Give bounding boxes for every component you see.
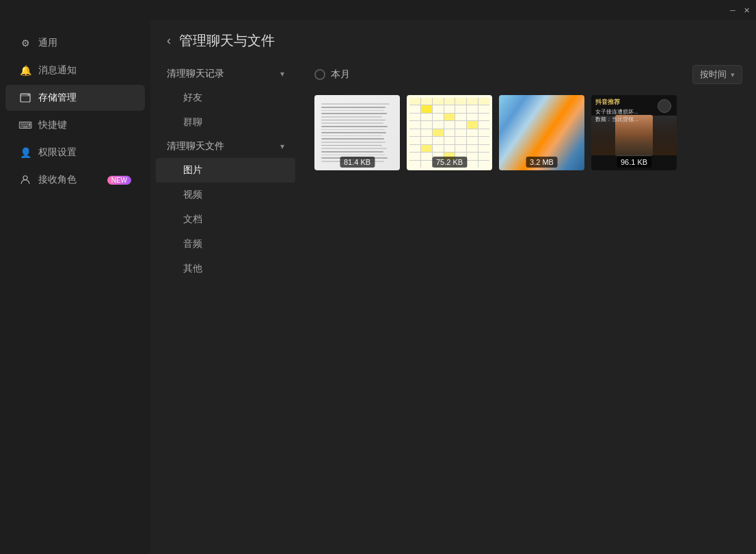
image-size-2: 75.2 KB (432, 157, 467, 168)
svg-point-3 (23, 176, 27, 180)
sidebar-item-notifications[interactable]: 🔔 消息通知 (5, 57, 145, 83)
app-container: ⚙ 通用 🔔 消息通知 存储管理 ⌨ 快捷键 👤 权限设置 (0, 21, 756, 554)
sidebar-label-role: 接收角色 (38, 174, 77, 186)
sub-section-chat-files[interactable]: 清理聊天文件 ▾ (150, 135, 301, 158)
sidebar-label-privacy: 权限设置 (38, 146, 77, 159)
content-area: 清理聊天记录 ▾ 好友 群聊 清理聊天文件 ▾ 图片 视频 文档 音频 其他 (150, 57, 756, 554)
sub-sidebar: 清理聊天记录 ▾ 好友 群聊 清理聊天文件 ▾ 图片 视频 文档 音频 其他 (150, 57, 301, 554)
gear-icon: ⚙ (19, 37, 31, 49)
bell-icon: 🔔 (19, 64, 31, 77)
sub-item-friends[interactable]: 好友 (156, 85, 295, 110)
keyboard-icon: ⌨ (19, 119, 31, 131)
right-content: 本月 按时间 ▾ (301, 57, 756, 554)
sub-section-chat-records[interactable]: 清理聊天记录 ▾ (150, 62, 301, 85)
chevron-down-icon-2: ▾ (280, 142, 284, 151)
sort-chevron-icon: ▾ (731, 70, 735, 79)
sidebar-label-storage: 存储管理 (38, 92, 77, 104)
role-icon (19, 174, 31, 186)
sub-item-audio[interactable]: 音频 (156, 232, 295, 256)
sub-section-chat-files-label: 清理聊天文件 (167, 140, 224, 153)
image-item-3[interactable]: 3.2 MB (499, 95, 584, 170)
image-grid: 81.4 KB (314, 95, 742, 170)
sub-item-images[interactable]: 图片 (156, 158, 295, 183)
sidebar: ⚙ 通用 🔔 消息通知 存储管理 ⌨ 快捷键 👤 权限设置 (0, 21, 150, 554)
new-badge: NEW (107, 176, 131, 185)
main-header: ‹ 管理聊天与文件 (150, 21, 756, 57)
sidebar-label-shortcuts: 快捷键 (38, 119, 67, 131)
sort-label: 按时间 (700, 68, 727, 81)
sort-dropdown[interactable]: 按时间 ▾ (692, 65, 742, 84)
sidebar-item-privacy[interactable]: 👤 权限设置 (5, 140, 145, 166)
storage-icon (19, 92, 31, 104)
sidebar-item-general[interactable]: ⚙ 通用 (5, 30, 145, 56)
sub-item-groups[interactable]: 群聊 (156, 110, 295, 135)
period-radio[interactable] (314, 69, 325, 80)
main-panel: ‹ 管理聊天与文件 清理聊天记录 ▾ 好友 群聊 清理聊天文件 ▾ 图片 视频 … (150, 21, 756, 554)
sub-item-videos[interactable]: 视频 (156, 183, 295, 207)
sub-item-other[interactable]: 其他 (156, 256, 295, 281)
sidebar-item-role[interactable]: 接收角色 NEW (5, 167, 145, 193)
svg-point-2 (28, 94, 29, 96)
filter-left: 本月 (314, 68, 350, 81)
image-size-3: 3.2 MB (526, 157, 558, 168)
period-label: 本月 (331, 68, 350, 81)
person-icon: 👤 (19, 146, 31, 159)
chevron-down-icon: ▾ (280, 69, 284, 79)
image-item-2[interactable]: 75.2 KB (407, 95, 492, 170)
image-size-1: 81.4 KB (340, 157, 375, 168)
filter-row: 本月 按时间 ▾ (314, 65, 742, 84)
sidebar-item-shortcuts[interactable]: ⌨ 快捷键 (5, 112, 145, 138)
minimize-button[interactable]: ─ (729, 6, 737, 14)
sidebar-item-storage[interactable]: 存储管理 (5, 85, 145, 111)
sidebar-label-general: 通用 (38, 37, 57, 49)
image-item-1[interactable]: 81.4 KB (314, 95, 400, 170)
back-button[interactable]: ‹ (167, 34, 171, 48)
image-item-4[interactable]: 抖音推荐 女子接连遭损坏... 数额：当比贷领... 96.1 KB (591, 95, 677, 170)
image-size-4: 96.1 KB (617, 157, 651, 168)
close-button[interactable]: ✕ (742, 6, 751, 14)
sidebar-label-notifications: 消息通知 (38, 64, 77, 77)
title-bar: ─ ✕ (0, 0, 756, 21)
sub-section-chat-records-label: 清理聊天记录 (167, 68, 224, 80)
sub-item-docs[interactable]: 文档 (156, 207, 295, 232)
page-title: 管理聊天与文件 (179, 31, 275, 50)
